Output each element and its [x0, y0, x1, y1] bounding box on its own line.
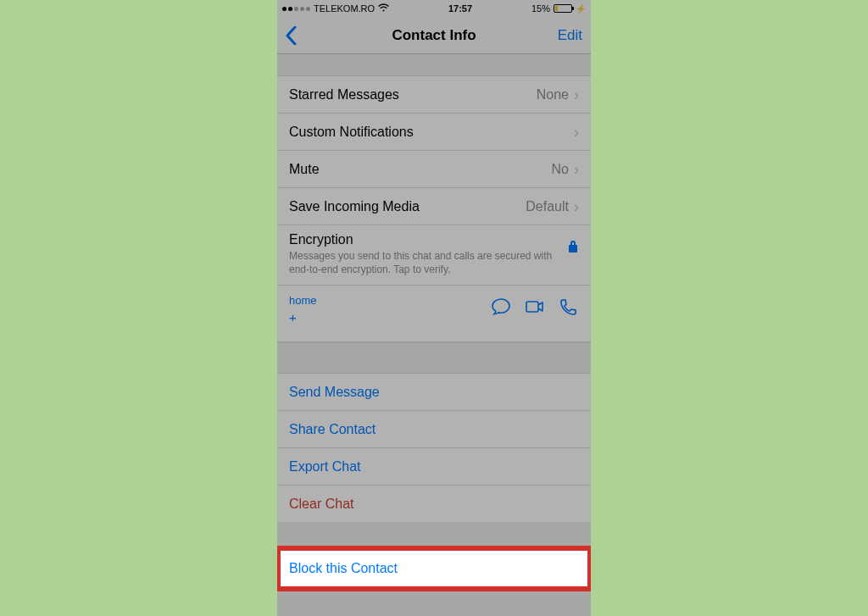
- row-label: Share Contact: [289, 422, 376, 437]
- starred-messages-row[interactable]: Starred Messages None ›: [277, 75, 591, 113]
- chevron-right-icon: ›: [574, 162, 579, 177]
- row-label: Block this Contact: [289, 561, 398, 576]
- phone-icon[interactable]: [559, 297, 579, 319]
- row-label: Send Message: [289, 385, 380, 400]
- row-label: Custom Notifications: [289, 125, 414, 140]
- row-label: Mute: [289, 162, 320, 177]
- contact-phone-row[interactable]: home +: [277, 285, 591, 342]
- page-title: Contact Info: [277, 27, 591, 44]
- status-bar: TELEKOM.RO 17:57 15% ⚡: [277, 0, 591, 17]
- chevron-left-icon: [286, 26, 297, 45]
- clear-chat-row[interactable]: Clear Chat: [277, 485, 591, 522]
- row-value: Default: [526, 199, 569, 214]
- chevron-right-icon: ›: [574, 87, 579, 103]
- row-label: Clear Chat: [289, 497, 353, 512]
- svg-rect-0: [526, 302, 538, 312]
- message-icon[interactable]: [491, 297, 511, 319]
- signal-dots-icon: [282, 7, 310, 11]
- wifi-icon: [378, 3, 389, 14]
- export-chat-row[interactable]: Export Chat: [277, 447, 591, 485]
- chevron-right-icon: ›: [574, 125, 579, 140]
- back-button[interactable]: [286, 26, 297, 45]
- carrier-label: TELEKOM.RO: [314, 3, 375, 14]
- battery-percent: 15%: [531, 3, 550, 14]
- send-message-row[interactable]: Send Message: [277, 373, 591, 410]
- custom-notifications-row[interactable]: Custom Notifications ›: [277, 113, 591, 150]
- battery-icon: [554, 4, 572, 13]
- video-icon[interactable]: [525, 297, 545, 319]
- share-contact-row[interactable]: Share Contact: [277, 410, 591, 447]
- chevron-right-icon: ›: [574, 199, 579, 214]
- row-label: Export Chat: [289, 459, 360, 474]
- charging-icon: ⚡: [576, 4, 586, 14]
- save-incoming-media-row[interactable]: Save Incoming Media Default ›: [277, 187, 591, 225]
- phone-number: +: [289, 310, 317, 325]
- row-label: Starred Messages: [289, 87, 399, 103]
- encryption-subtitle: Messages you send to this chat and calls…: [289, 249, 559, 276]
- lock-icon: [567, 239, 579, 258]
- row-value: No: [552, 162, 569, 177]
- row-label: Save Incoming Media: [289, 199, 420, 214]
- actions-group: Send Message Share Contact Export Chat C…: [277, 373, 591, 522]
- phone-type-label: home: [289, 294, 317, 307]
- edit-button[interactable]: Edit: [558, 27, 582, 44]
- status-time: 17:57: [448, 3, 472, 14]
- nav-bar: Contact Info Edit: [277, 17, 591, 54]
- encryption-row[interactable]: Encryption Messages you send to this cha…: [277, 225, 591, 285]
- row-value: None: [537, 87, 569, 103]
- encryption-title: Encryption: [289, 232, 559, 247]
- mute-row[interactable]: Mute No ›: [277, 150, 591, 187]
- settings-group: Starred Messages None › Custom Notificat…: [277, 75, 591, 285]
- phone-screen: TELEKOM.RO 17:57 15% ⚡ Contact Info Edit…: [277, 0, 591, 616]
- block-this-contact-row[interactable]: Block this Contact: [277, 549, 591, 588]
